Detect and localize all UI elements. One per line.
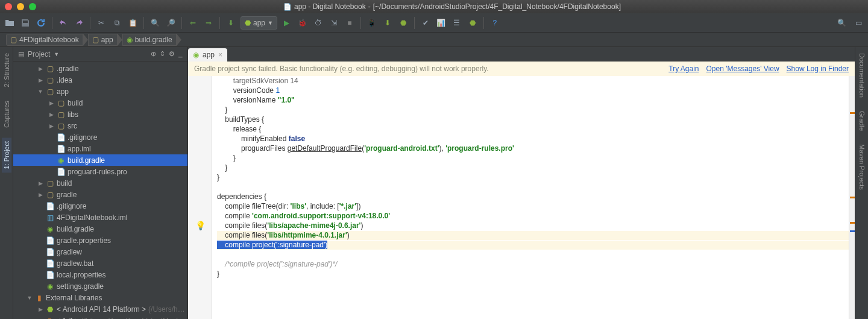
hide-icon[interactable]: ⎯ [178,50,183,58]
redo-icon[interactable] [73,17,85,29]
scroll-from-source-icon[interactable]: ⊕ [151,50,156,58]
chevron-down-icon: ▼ [268,20,273,26]
attach-icon[interactable]: ⇲ [328,17,340,29]
tree-item-gradlew[interactable]: 📄gradlew [13,246,187,257]
documentation-tab[interactable]: Documentation [857,49,867,101]
tree-item-jdk-17[interactable]: ▶▮< 1.7 > (/Library/Java/JavaVirtualMach… [13,315,187,319]
crumb-file[interactable]: ◉build.gradle [122,34,177,46]
gear-icon[interactable]: ⚙ [169,50,175,58]
tree-item-build-dir[interactable]: ▶▢build [13,97,187,109]
maven-tab[interactable]: Maven Projects [857,141,867,194]
tree-item-local-properties[interactable]: 📄local.properties [13,269,187,280]
tree-item-proguard-rules[interactable]: 📄proguard-rules.pro [13,166,187,177]
tree-item-external-libs[interactable]: ▼▮External Libraries [13,292,187,303]
editor-area: ◉ app × Gradle project sync failed. Basi… [188,47,855,319]
forward-icon[interactable]: ⇒ [203,17,215,29]
project-mode-icon: ▤ [18,50,24,58]
run-config-label: app [253,19,265,27]
project-tree[interactable]: ▶▢.gradle ▶▢.idea ▼▢app ▶▢build ▶▢libs ▶… [13,62,187,319]
cut-icon[interactable]: ✂ [95,17,107,29]
window-title-path: [~/Documents/AndroidStudioProject/4F_Dig… [373,2,621,11]
window-titlebar: 📄 app - Digital Notebook - [~/Documents/… [0,0,868,13]
try-again-link[interactable]: Try Again [668,65,699,73]
project-tab[interactable]: 1: Project [2,137,11,172]
crumb-module[interactable]: ▢app [88,34,118,46]
project-view-selector[interactable]: ▤ Project ▼ ⊕ ⇕ ⚙ ⎯ [13,47,187,62]
gradle-tab[interactable]: Gradle [857,107,867,134]
profile-icon[interactable]: ⏱ [312,17,324,29]
back-icon[interactable]: ⇐ [187,17,199,29]
open-icon[interactable] [4,17,16,29]
crumb-project[interactable]: ▢4FDigitalNotebook [6,34,83,46]
close-window-button[interactable] [5,3,12,10]
project-mode-label: Project [28,50,50,58]
save-all-icon[interactable] [19,17,31,29]
find-icon[interactable]: 🔍 [149,17,161,29]
intention-bulb-icon[interactable]: 💡 [195,221,206,230]
tree-item-gradle-properties[interactable]: 📄gradle.properties [13,235,187,246]
sync-warning-bar: Gradle project sync failed. Basic functi… [188,62,855,76]
close-tab-icon[interactable]: × [218,51,222,59]
tree-item-gitignore-root[interactable]: 📄.gitignore [13,200,187,212]
paste-icon[interactable]: 📋 [127,17,139,29]
tree-item-idea[interactable]: ▶▢.idea [13,74,187,86]
project-sidebar: ▤ Project ▼ ⊕ ⇕ ⚙ ⎯ ▶▢.gradle ▶▢.idea ▼▢… [13,47,188,319]
monitor-icon[interactable]: 📊 [435,17,447,29]
code-editor[interactable]: targetSdkVersion 14 versionCode 1 versio… [212,76,849,319]
tree-item-gradlew-bat[interactable]: 📄gradlew.bat [13,257,187,269]
navigation-breadcrumb: ▢4FDigitalNotebook ▢app ◉build.gradle [0,33,868,47]
sync-icon[interactable] [35,17,47,29]
help-icon[interactable]: ? [489,17,501,29]
tree-item-gradle-dir[interactable]: ▶▢gradle [13,189,187,200]
avd-manager-icon[interactable]: 📱 [366,17,378,29]
stop-icon[interactable]: ■ [344,17,356,29]
left-toolwindow-stripe: 2: Structure Captures 1: Project [0,47,13,319]
tree-item-gitignore-app[interactable]: 📄.gitignore [13,131,187,143]
settings-icon[interactable]: ▭ [852,17,864,29]
structure-tab[interactable]: 2: Structure [2,49,11,91]
android-icon: ⬣ [245,19,251,27]
tree-item-project-iml[interactable]: ▥4FDigitalNotebook.iml [13,212,187,223]
tree-item-android-api-14[interactable]: ▶⬣< Android API 14 Platform > (/Users/h… [13,303,187,315]
lint-icon[interactable]: ✔ [420,17,432,29]
search-everywhere-icon[interactable]: 🔍 [835,17,848,29]
android-icon[interactable]: ⬣ [467,17,479,29]
tree-item-build-root[interactable]: ▶▢build [13,177,187,189]
tree-item-gradle-dot[interactable]: ▶▢.gradle [13,63,187,74]
error-stripe[interactable] [849,76,855,319]
editor-tab-bar: ◉ app × [188,47,855,62]
gradle-icon: ◉ [193,51,199,59]
minimize-window-button[interactable] [17,3,24,10]
open-messages-link[interactable]: Open 'Messages' View [706,65,779,73]
copy-icon[interactable]: ⧉ [111,17,123,29]
editor-tab-label: app [203,51,215,59]
tree-item-src[interactable]: ▶▢src [13,120,187,131]
show-log-link[interactable]: Show Log in Finder [787,65,849,73]
right-toolwindow-stripe: Documentation Gradle Maven Projects [855,47,868,319]
main-toolbar: ✂ ⧉ 📋 🔍 🔎 ⇐ ⇒ ⬇ ⬣ app ▼ ▶ 🐞 ⏱ ⇲ ■ 📱 ⬇ ⬣ … [0,13,868,33]
collapse-all-icon[interactable]: ⇕ [160,50,165,58]
tree-item-settings-gradle[interactable]: ◉settings.gradle [13,280,187,292]
structure-icon[interactable]: ☰ [451,17,463,29]
tree-item-build-gradle-root[interactable]: ◉build.gradle [13,223,187,235]
tree-item-libs[interactable]: ▶▢libs [13,109,187,120]
tree-item-app-iml[interactable]: 📄app.iml [13,143,187,154]
tree-item-app[interactable]: ▼▢app [13,86,187,97]
warning-message: Gradle project sync failed. Basic functi… [194,65,489,73]
editor-gutter[interactable]: 💡 [188,76,212,319]
undo-icon[interactable] [57,17,69,29]
replace-icon[interactable]: 🔎 [165,17,177,29]
title-file-icon: 📄 [283,3,292,11]
editor-tab-app[interactable]: ◉ app × [188,48,227,62]
window-title-main: app - Digital Notebook [294,2,366,11]
zoom-window-button[interactable] [29,3,36,10]
ddms-icon[interactable]: ⬣ [397,17,409,29]
run-config-selector[interactable]: ⬣ app ▼ [241,16,277,30]
chevron-down-icon: ▼ [54,51,59,57]
captures-tab[interactable]: Captures [2,97,11,131]
run-icon[interactable]: ▶ [281,17,293,29]
make-icon[interactable]: ⬇ [225,17,237,29]
sdk-manager-icon[interactable]: ⬇ [382,17,394,29]
debug-icon[interactable]: 🐞 [297,17,309,29]
tree-item-build-gradle-app[interactable]: ◉build.gradle [13,154,187,166]
